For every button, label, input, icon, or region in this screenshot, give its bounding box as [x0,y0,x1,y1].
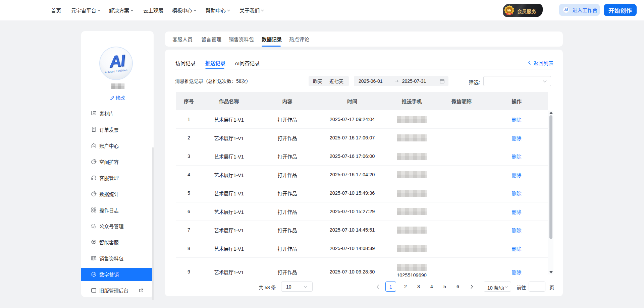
svg-text:VIP: VIP [508,13,510,15]
